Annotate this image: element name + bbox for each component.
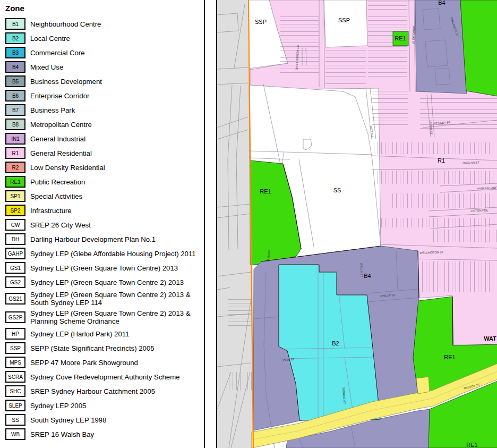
- legend-row-b8: B8Metropolitan Centre: [5, 119, 204, 130]
- zone-map-label-1: SSP: [338, 17, 350, 23]
- zone-swatch-b1: B1: [5, 18, 25, 30]
- legend-row-r2: R2Low Density Residential: [5, 162, 204, 173]
- zone-swatch-dh: DH: [5, 233, 25, 245]
- legend-row-hp: HPSydney LEP (Harlod Park) 2011: [5, 328, 204, 340]
- zone-label-gs1: Sydney LEP (Green Square Town Centre) 20…: [30, 264, 178, 272]
- zone-swatch-hp: HP: [5, 328, 25, 340]
- map-canvas[interactable]: SSPSSPB4RE1R1SSRE1B4B2RE1WATRE1ST PETERS…: [217, 0, 497, 448]
- legend-row-ss: SSSouth Sydney LEP 1998: [5, 414, 204, 426]
- zone-map-label-10: WAT: [484, 335, 496, 342]
- legend-row-slep: SLEPSydney LEP 2005: [5, 400, 204, 411]
- zone-label-b7: Business Park: [30, 106, 75, 114]
- zone-swatch-b7: B7: [5, 104, 25, 116]
- legend-row-gs2p: GS2PSydney LEP (Green Square Town Centre…: [5, 309, 204, 325]
- zone-label-slep: Sydney LEP 2005: [30, 402, 86, 410]
- legend-row-in1: IN1General Industrial: [5, 133, 204, 145]
- zone-label-gs21: Sydney LEP (Green Square Town Centre 2) …: [30, 291, 198, 307]
- legend-row-dh: DHDarling Harbour Development Plan No.1: [5, 233, 204, 245]
- zone-swatch-mps: MPS: [5, 357, 25, 368]
- zone-swatch-wb: WB: [5, 428, 25, 440]
- zone-swatch-shc: SHC: [5, 385, 25, 397]
- zone-label-re1: Public Recreation: [30, 178, 85, 186]
- zone-label-wb: SREP 16 Walsh Bay: [30, 430, 94, 438]
- zone-label-sp1: Special Activities: [30, 192, 82, 200]
- zone-label-r2: Low Density Residential: [30, 164, 105, 172]
- zoning-map-svg: SSPSSPB4RE1R1SSRE1B4B2RE1WATRE1ST PETERS…: [217, 0, 497, 448]
- zone-map-label-9: RE1: [444, 354, 455, 360]
- zone-swatch-ss: SS: [5, 414, 25, 426]
- zone-label-b6: Enterprise Corridor: [30, 92, 89, 100]
- zone-swatch-gs2: GS2: [5, 276, 25, 288]
- zone-label-ssp: SEPP (State Significant Precincts) 2005: [30, 344, 155, 352]
- zone-label-b2: Local Centre: [30, 35, 70, 43]
- zone-label-b8: Metropolitan Centre: [30, 121, 92, 129]
- legend-row-wb: WBSREP 16 Walsh Bay: [5, 428, 204, 440]
- zone-label-ss: South Sydney LEP 1998: [30, 416, 106, 424]
- zone-label-hp: Sydney LEP (Harlod Park) 2011: [30, 330, 129, 338]
- street-map-label-1: DOUGLAS ST: [412, 26, 415, 45]
- zone-swatch-ssp: SSP: [5, 342, 25, 354]
- zone-swatch-b3: B3: [5, 47, 25, 58]
- legend-row-ssp: SSPSEPP (State Significant Precincts) 20…: [5, 342, 204, 354]
- zone-label-gs2: Sydney LEP (Green Square Town Centre 2) …: [30, 278, 184, 286]
- legend-row-b5: B5Business Development: [5, 75, 204, 87]
- zone-map-label-8: B2: [332, 340, 339, 346]
- street-map-label-6: RAGLAN ST: [462, 160, 479, 164]
- zone-label-cw: SREP 26 City West: [30, 221, 91, 229]
- zone-label-mps: SEPP 47 Moore Park Showground: [30, 359, 138, 367]
- zone-swatch-b4: B4: [5, 61, 25, 73]
- zone-swatch-sp2: SP2: [5, 205, 25, 216]
- zoning-layer: [248, 0, 497, 448]
- legend-row-shc: SHCSREP Sydney Harbour Catchment 2005: [5, 385, 204, 397]
- zone-swatch-gs2p: GS2P: [5, 311, 25, 323]
- zone-swatch-r1: R1: [5, 147, 25, 159]
- legend-row-gs21: GS21Sydney LEP (Green Square Town Centre…: [5, 291, 204, 307]
- legend-row-sp2: SP2Infrastructure: [5, 205, 204, 216]
- zone-swatch-gahp: GAHP: [5, 248, 25, 259]
- legend-row-b4: B4Mixed Use: [5, 61, 204, 73]
- legend-row-mps: MPSSEPP 47 Moore Park Showground: [5, 357, 204, 368]
- zone-ssp-area-2: [324, 0, 367, 47]
- zone-map-label-4: R1: [438, 157, 445, 164]
- legend-row-b3: B3Commercial Core: [5, 47, 204, 58]
- legend-row-r1: R1General Residential: [5, 147, 204, 159]
- zone-swatch-b2: B2: [5, 32, 25, 44]
- zone-re1-prince-alfred-park: [460, 0, 497, 96]
- zone-label-in1: General Industrial: [30, 135, 85, 143]
- legend-row-gs2: GS2Sydney LEP (Green Square Town Centre …: [5, 276, 204, 288]
- zone-label-gs2p: Sydney LEP (Green Square Town Centre 2) …: [30, 309, 198, 325]
- zone-swatch-b8: B8: [5, 119, 25, 130]
- zone-swatch-cw: CW: [5, 219, 25, 231]
- legend-panel: Zone B1Neighbourhood CentreB2Local Centr…: [0, 0, 205, 448]
- zone-label-dh: Darling Harbour Development Plan No.1: [30, 235, 156, 243]
- zone-legend-title: Zone: [5, 4, 204, 13]
- zone-swatch-sp1: SP1: [5, 190, 25, 202]
- zone-map-label-7: B4: [364, 273, 371, 279]
- zone-map-label-5: SS: [333, 187, 341, 193]
- legend-row-cw: CWSREP 26 City West: [5, 219, 204, 231]
- legend-row-scra: SCRASydney Cove Redevelopment Authority …: [5, 371, 204, 383]
- zone-label-shc: SREP Sydney Harbour Catchment 2005: [30, 387, 155, 395]
- zone-map-label-11: RE1: [466, 442, 477, 448]
- street-map-label-11: WELLS ST: [360, 263, 364, 277]
- zone-label-b1: Neighbourhood Centre: [30, 20, 101, 28]
- zone-map-label-3: RE1: [395, 35, 406, 41]
- zone-map-label-0: SSP: [255, 19, 267, 25]
- zone-swatch-b5: B5: [5, 75, 25, 87]
- legend-row-sp1: SP1Special Activities: [5, 190, 204, 202]
- zone-label-b4: Mixed Use: [30, 63, 63, 71]
- legend-row-b7: B7Business Park: [5, 104, 204, 116]
- legend-row-gs1: GS1Sydney LEP (Green Square Town Centre)…: [5, 262, 204, 274]
- zone-swatch-scra: SCRA: [5, 371, 25, 383]
- zone-swatch-in1: IN1: [5, 133, 25, 145]
- zone-label-scra: Sydney Cove Redevelopment Authority Sche…: [30, 373, 180, 381]
- legend-row-b1: B1Neighbourhood Centre: [5, 18, 204, 30]
- zone-map-label-2: B4: [438, 0, 445, 6]
- zone-swatch-gs21: GS21: [5, 293, 25, 305]
- zone-swatch-gs1: GS1: [5, 262, 25, 274]
- zone-swatch-slep: SLEP: [5, 400, 25, 411]
- zone-label-sp2: Infrastructure: [30, 207, 72, 215]
- zone-swatch-r2: R2: [5, 162, 25, 173]
- legend-row-gahp: GAHPSydney LEP (Glebe Affordable Housing…: [5, 248, 204, 259]
- zone-legend-list: B1Neighbourhood CentreB2Local CentreB3Co…: [5, 18, 204, 440]
